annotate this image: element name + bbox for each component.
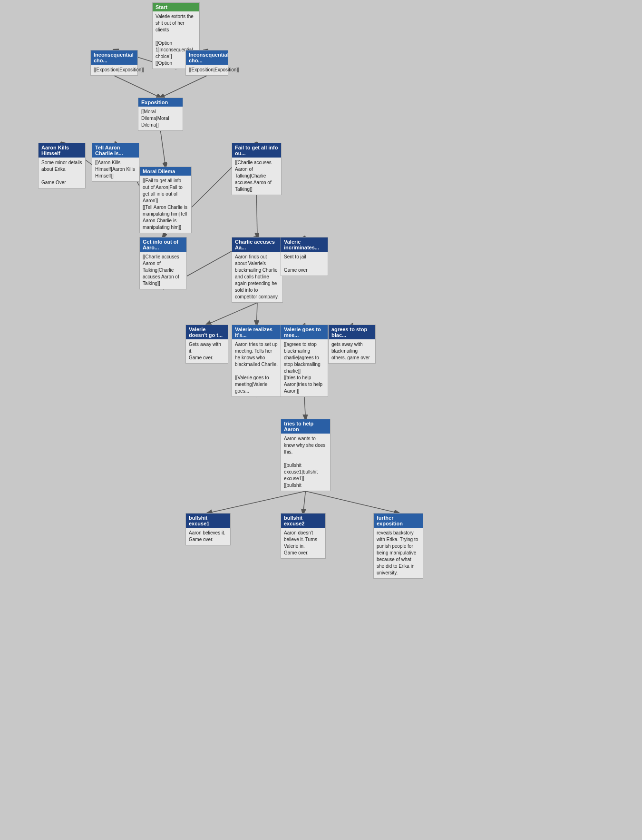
- node-get-info[interactable]: Get info out of Aaro...[[Charlie accuses…: [139, 237, 187, 289]
- node-body-inconsequential1: [[Exposition|Exposition]]: [91, 65, 137, 75]
- svg-line-7: [163, 233, 165, 237]
- node-body-bullshit-excuse2: Aaron doesn't believe it. Turns Valerie …: [281, 528, 325, 558]
- svg-line-19: [306, 491, 399, 513]
- node-header-aaron-kills: Aaron Kills Himself: [39, 143, 85, 158]
- node-body-get-info: [[Charlie accuses Aaron of Talking|Charl…: [140, 252, 186, 289]
- node-header-valerie-incriminates: Valerie incriminates...: [281, 237, 328, 252]
- node-bullshit-excuse1[interactable]: bullshit excuse1Aaron believes it. Game …: [185, 513, 231, 545]
- node-tries-to-help[interactable]: tries to help AaronAaron wants to know w…: [281, 419, 331, 491]
- node-header-start: Start: [153, 3, 199, 11]
- node-valerie-incriminates[interactable]: Valerie incriminates...Sent to jail Game…: [281, 237, 328, 276]
- svg-line-4: [161, 131, 166, 167]
- node-body-aaron-kills: Some minor details about Erika Game Over: [39, 158, 85, 188]
- node-bullshit-excuse2[interactable]: bullshit excuse2Aaron doesn't believe it…: [281, 513, 326, 559]
- node-moral-dilema[interactable]: Moral Dilema[[Fail to get all info out o…: [139, 167, 192, 233]
- node-valerie-goes-to-meet[interactable]: Valerie goes to mee...[[agrees to stop b…: [281, 325, 328, 397]
- node-header-inconsequential1: Inconsequential cho...: [91, 50, 137, 65]
- node-header-further-exposition: further exposition: [374, 514, 423, 528]
- node-body-charlie-accuses: Aaron finds out about Valerie's blackmai…: [232, 252, 282, 302]
- node-header-bullshit-excuse1: bullshit excuse1: [186, 514, 230, 528]
- node-body-valerie-doesnt-go: Gets away with it. Game over.: [186, 339, 228, 363]
- svg-line-15: [304, 397, 306, 419]
- node-body-valerie-incriminates: Sent to jail Game over: [281, 252, 328, 276]
- node-body-exposition: [[Moral Dilema|Moral Dilema]]: [138, 107, 183, 130]
- node-header-exposition: Exposition: [138, 98, 183, 107]
- node-body-tries-to-help: Aaron wants to know why she does this. […: [281, 434, 330, 491]
- node-fail-to-get[interactable]: Fail to get all info ou...[[Charlie accu…: [232, 143, 282, 195]
- node-valerie-doesnt-go[interactable]: Valerie doesn't go t...Gets away with it…: [185, 325, 228, 364]
- node-header-tell-aaron: Tell Aaron Charlie is...: [92, 143, 139, 158]
- node-valerie-realizes[interactable]: Valerie realizes it's...Aaron tries to s…: [232, 325, 282, 397]
- node-header-valerie-doesnt-go: Valerie doesn't go t...: [186, 325, 228, 339]
- node-agrees-to-stop[interactable]: agrees to stop blac...gets away with bla…: [328, 325, 376, 364]
- node-inconsequential2[interactable]: Inconsequential cho...[[Exposition|Expos…: [185, 50, 228, 76]
- node-header-fail-to-get: Fail to get all info ou...: [232, 143, 281, 158]
- node-header-bullshit-excuse2: bullshit excuse2: [281, 514, 325, 528]
- svg-line-13: [257, 303, 258, 325]
- svg-line-12: [207, 303, 257, 325]
- node-further-exposition[interactable]: further expositionreveals backstory with…: [373, 513, 423, 579]
- svg-line-9: [257, 195, 258, 237]
- flowchart-canvas: StartValerie extorts the shit out of her…: [0, 0, 642, 840]
- node-body-agrees-to-stop: gets away with blackmailing others. game…: [329, 339, 375, 363]
- svg-line-3: [161, 76, 207, 98]
- node-aaron-kills[interactable]: Aaron Kills HimselfSome minor details ab…: [38, 143, 86, 188]
- node-exposition[interactable]: Exposition[[Moral Dilema|Moral Dilema]]: [138, 98, 183, 131]
- node-header-moral-dilema: Moral Dilema: [140, 167, 191, 176]
- svg-line-2: [114, 76, 161, 98]
- node-body-moral-dilema: [[Fail to get all info out of Aaron|Fail…: [140, 176, 191, 233]
- node-charlie-accuses[interactable]: Charlie accuses Aa...Aaron finds out abo…: [232, 237, 283, 303]
- node-header-valerie-goes-to-meet: Valerie goes to mee...: [281, 325, 328, 339]
- svg-line-17: [208, 491, 306, 513]
- node-body-valerie-realizes: Aaron tries to set up meeting. Tells her…: [232, 339, 281, 396]
- node-header-inconsequential2: Inconsequential cho...: [186, 50, 228, 65]
- node-header-get-info: Get info out of Aaro...: [140, 237, 186, 252]
- node-tell-aaron[interactable]: Tell Aaron Charlie is...[[Aaron Kills Hi…: [92, 143, 139, 182]
- node-inconsequential1[interactable]: Inconsequential cho...[[Exposition|Expos…: [90, 50, 138, 76]
- node-header-tries-to-help: tries to help Aaron: [281, 419, 330, 434]
- node-body-further-exposition: reveals backstory with Erika. Trying to …: [374, 528, 423, 578]
- node-body-valerie-goes-to-meet: [[agrees to stop blackmailing charlie|ag…: [281, 339, 328, 396]
- node-header-valerie-realizes: Valerie realizes it's...: [232, 325, 281, 339]
- node-body-bullshit-excuse1: Aaron believes it. Game over.: [186, 528, 230, 545]
- node-body-fail-to-get: [[Charlie accuses Aaron of Talking|Charl…: [232, 158, 281, 195]
- node-body-tell-aaron: [[Aaron Kills Himself|Aaron Kills Himsel…: [92, 158, 139, 181]
- node-header-charlie-accuses: Charlie accuses Aa...: [232, 237, 282, 252]
- svg-line-18: [303, 491, 306, 513]
- node-header-agrees-to-stop: agrees to stop blac...: [329, 325, 375, 339]
- node-body-inconsequential2: [[Exposition|Exposition]]: [186, 65, 228, 75]
